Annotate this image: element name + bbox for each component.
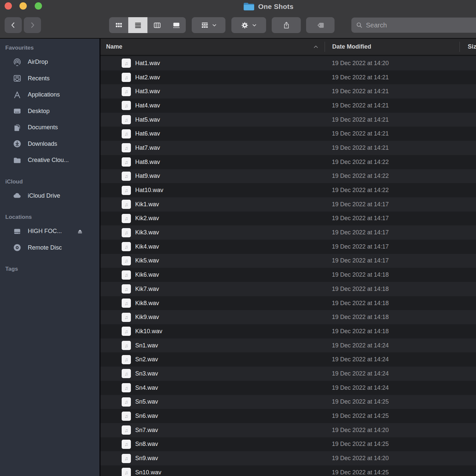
table-row[interactable]: ♫Sn5.wav19 Dec 2022 at 14:25 <box>100 395 476 409</box>
file-date-modified: 19 Dec 2022 at 14:21 <box>332 130 389 137</box>
table-row[interactable]: ♫Kik2.wav19 Dec 2022 at 14:17 <box>100 212 476 226</box>
table-row[interactable]: ♫Sn6.wav19 Dec 2022 at 14:25 <box>100 409 476 423</box>
file-list: ♫Hat1.wav19 Dec 2022 at 14:20♫Hat2.wav19… <box>100 56 476 476</box>
back-button[interactable] <box>5 17 22 33</box>
sidebar-item-label: Creative Clou... <box>28 157 69 164</box>
music-file-icon: ♫ <box>122 59 131 68</box>
music-file-icon: ♫ <box>122 412 131 421</box>
action-menu-button[interactable] <box>231 17 266 33</box>
cloud-icon <box>13 191 22 200</box>
file-name: Kik8.wav <box>135 300 159 307</box>
file-name: Kik10.wav <box>135 328 162 335</box>
table-row[interactable]: ♫Hat9.wav19 Dec 2022 at 14:22 <box>100 169 476 183</box>
table-row[interactable]: ♫Kik10.wav19 Dec 2022 at 14:18 <box>100 324 476 338</box>
table-row[interactable]: ♫Kik5.wav19 Dec 2022 at 14:17 <box>100 254 476 268</box>
sidebar-item-downloads[interactable]: Downloads <box>0 136 99 152</box>
music-file-icon: ♫ <box>122 313 131 322</box>
table-row[interactable]: ♫Kik7.wav19 Dec 2022 at 14:18 <box>100 282 476 296</box>
table-row[interactable]: ♫Hat5.wav19 Dec 2022 at 14:21 <box>100 113 476 127</box>
column-view-icon <box>153 21 161 29</box>
file-name: Hat7.wav <box>135 144 160 151</box>
table-row[interactable]: ♫Kik8.wav19 Dec 2022 at 14:18 <box>100 296 476 310</box>
file-date-modified: 19 Dec 2022 at 14:24 <box>332 356 389 363</box>
file-name: Sn9.wav <box>135 455 158 462</box>
column-view-button[interactable] <box>147 17 167 33</box>
gallery-view-button[interactable] <box>167 17 186 33</box>
file-name: Hat8.wav <box>135 159 160 166</box>
music-file-icon: ♫ <box>122 186 131 195</box>
column-header-date-modified[interactable]: Date Modified <box>332 39 371 55</box>
file-date-modified: 19 Dec 2022 at 14:25 <box>332 441 389 448</box>
tag-button[interactable] <box>306 17 335 33</box>
sidebar-item-documents[interactable]: Documents <box>0 119 99 136</box>
file-date-modified: 19 Dec 2022 at 14:24 <box>332 370 389 377</box>
forward-button[interactable] <box>24 17 41 33</box>
table-row[interactable]: ♫Sn8.wav19 Dec 2022 at 14:25 <box>100 437 476 452</box>
close-button[interactable] <box>5 2 12 10</box>
table-row[interactable]: ♫Hat6.wav19 Dec 2022 at 14:21 <box>100 127 476 141</box>
column-divider[interactable] <box>325 42 325 52</box>
folder-icon <box>13 156 22 165</box>
file-name: Hat9.wav <box>135 173 160 179</box>
sidebar-item-recents[interactable]: Recents <box>0 70 99 87</box>
music-file-icon: ♫ <box>122 214 131 223</box>
music-file-icon: ♫ <box>122 101 131 110</box>
sidebar-item-desktop[interactable]: Desktop <box>0 103 99 120</box>
file-date-modified: 19 Dec 2022 at 14:18 <box>332 328 389 335</box>
table-row[interactable]: ♫Hat2.wav19 Dec 2022 at 14:21 <box>100 70 476 85</box>
table-row[interactable]: ♫Hat3.wav19 Dec 2022 at 14:21 <box>100 84 476 99</box>
table-row[interactable]: ♫Sn9.wav19 Dec 2022 at 14:20 <box>100 451 476 465</box>
table-row[interactable]: ♫Kik9.wav19 Dec 2022 at 14:18 <box>100 310 476 324</box>
sidebar-item-airdrop[interactable]: AirDrop <box>0 54 99 70</box>
icon-view-button[interactable] <box>109 17 128 33</box>
file-name: Kik1.wav <box>135 201 159 208</box>
file-name: Kik7.wav <box>135 286 159 293</box>
chevron-down-icon <box>212 23 217 28</box>
file-date-modified: 19 Dec 2022 at 14:20 <box>332 60 389 67</box>
list-column-header: Name Date Modified Size <box>100 39 476 56</box>
table-row[interactable]: ♫Kik4.wav19 Dec 2022 at 14:17 <box>100 240 476 254</box>
music-file-icon: ♫ <box>122 341 131 350</box>
column-header-size[interactable]: Size <box>468 39 476 55</box>
table-row[interactable]: ♫Sn1.wav19 Dec 2022 at 14:24 <box>100 338 476 353</box>
file-date-modified: 19 Dec 2022 at 14:17 <box>332 229 389 236</box>
table-row[interactable]: ♫Kik1.wav19 Dec 2022 at 14:17 <box>100 197 476 212</box>
table-row[interactable]: ♫Hat4.wav19 Dec 2022 at 14:21 <box>100 99 476 113</box>
table-row[interactable]: ♫Sn7.wav19 Dec 2022 at 14:20 <box>100 423 476 437</box>
column-header-name[interactable]: Name <box>106 39 122 55</box>
file-name: Sn7.wav <box>135 427 158 434</box>
search-field[interactable] <box>351 18 476 33</box>
gallery-view-icon <box>172 21 180 29</box>
table-row[interactable]: ♫Sn3.wav19 Dec 2022 at 14:24 <box>100 367 476 381</box>
desktop-icon <box>13 106 22 116</box>
file-name: Sn5.wav <box>135 398 158 405</box>
file-date-modified: 19 Dec 2022 at 14:20 <box>332 427 389 434</box>
table-row[interactable]: ♫Kik6.wav19 Dec 2022 at 14:18 <box>100 268 476 282</box>
sidebar-item-creative-clou[interactable]: Creative Clou... <box>0 152 99 169</box>
sidebar-item-applications[interactable]: Applications <box>0 87 99 103</box>
table-row[interactable]: ♫Sn2.wav19 Dec 2022 at 14:24 <box>100 352 476 367</box>
list-view-button[interactable] <box>128 17 147 33</box>
table-row[interactable]: ♫Sn4.wav19 Dec 2022 at 14:24 <box>100 381 476 395</box>
table-row[interactable]: ♫Hat1.wav19 Dec 2022 at 14:20 <box>100 56 476 70</box>
table-row[interactable]: ♫Hat10.wav19 Dec 2022 at 14:22 <box>100 183 476 197</box>
file-date-modified: 19 Dec 2022 at 14:22 <box>332 187 389 194</box>
zoom-button[interactable] <box>35 2 42 10</box>
chevron-left-icon <box>10 21 17 29</box>
search-input[interactable] <box>366 21 476 29</box>
column-divider[interactable] <box>459 42 460 52</box>
share-button[interactable] <box>272 17 301 33</box>
table-row[interactable]: ♫Hat8.wav19 Dec 2022 at 14:22 <box>100 155 476 169</box>
sidebar-item-label: AirDrop <box>28 59 48 65</box>
group-by-button[interactable] <box>192 17 225 33</box>
table-row[interactable]: ♫Hat7.wav19 Dec 2022 at 14:21 <box>100 141 476 155</box>
eject-icon[interactable] <box>76 228 84 235</box>
sidebar-item-icloud-drive[interactable]: iCloud Drive <box>0 188 99 204</box>
file-name: Sn10.wav <box>135 469 161 476</box>
sidebar-item-remote-disc[interactable]: Remote Disc <box>0 240 99 256</box>
sidebar-item-high-foc[interactable]: HIGH FOC... <box>0 223 99 240</box>
minimize-button[interactable] <box>20 2 27 10</box>
table-row[interactable]: ♫Sn10.wav19 Dec 2022 at 14:25 <box>100 465 476 476</box>
table-row[interactable]: ♫Kik3.wav19 Dec 2022 at 14:17 <box>100 225 476 240</box>
sidebar-item-label: HIGH FOC... <box>28 228 62 235</box>
